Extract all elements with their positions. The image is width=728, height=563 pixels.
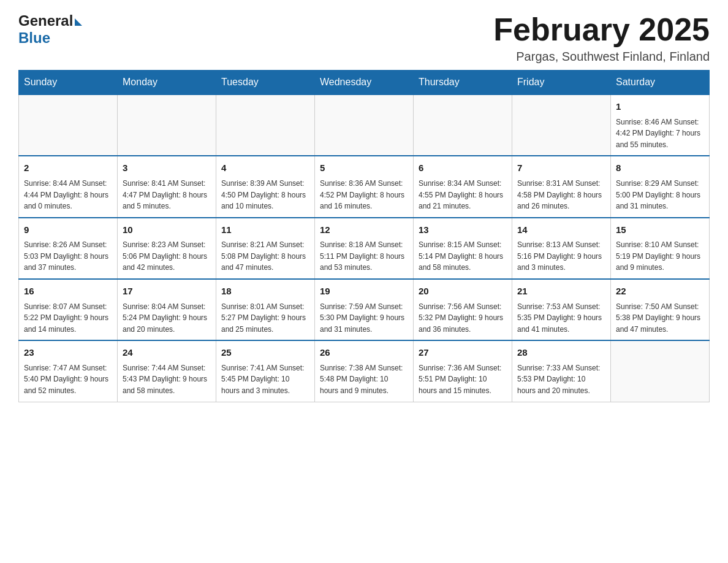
logo-triangle-icon [75, 18, 82, 26]
calendar-cell: 25Sunrise: 7:41 AM Sunset: 5:45 PM Dayli… [216, 340, 315, 402]
weekday-header-tuesday: Tuesday [216, 71, 315, 95]
day-info: Sunrise: 8:23 AM Sunset: 5:06 PM Dayligh… [123, 239, 211, 274]
day-info: Sunrise: 8:13 AM Sunset: 5:16 PM Dayligh… [517, 239, 605, 274]
weekday-header-saturday: Saturday [611, 71, 710, 95]
calendar-header: SundayMondayTuesdayWednesdayThursdayFrid… [19, 71, 710, 95]
location-title: Pargas, Southwest Finland, Finland [493, 50, 710, 64]
day-number: 28 [517, 346, 605, 360]
calendar-cell [315, 94, 414, 156]
calendar-week-row: 16Sunrise: 8:07 AM Sunset: 5:22 PM Dayli… [19, 279, 710, 340]
day-number: 23 [24, 346, 112, 360]
calendar-cell: 19Sunrise: 7:59 AM Sunset: 5:30 PM Dayli… [315, 279, 414, 340]
calendar-week-row: 2Sunrise: 8:44 AM Sunset: 4:44 PM Daylig… [19, 156, 710, 217]
day-info: Sunrise: 8:01 AM Sunset: 5:27 PM Dayligh… [221, 301, 309, 335]
calendar-cell: 17Sunrise: 8:04 AM Sunset: 5:24 PM Dayli… [118, 279, 216, 340]
day-info: Sunrise: 8:44 AM Sunset: 4:44 PM Dayligh… [24, 178, 112, 212]
calendar-cell: 6Sunrise: 8:34 AM Sunset: 4:55 PM Daylig… [414, 156, 512, 217]
day-info: Sunrise: 8:21 AM Sunset: 5:08 PM Dayligh… [221, 239, 309, 274]
calendar-cell: 11Sunrise: 8:21 AM Sunset: 5:08 PM Dayli… [216, 218, 315, 279]
logo-blue-text: Blue [18, 29, 50, 47]
calendar-cell: 7Sunrise: 8:31 AM Sunset: 4:58 PM Daylig… [512, 156, 611, 217]
day-number: 24 [123, 346, 211, 360]
day-info: Sunrise: 7:36 AM Sunset: 5:51 PM Dayligh… [419, 362, 507, 397]
calendar-cell: 4Sunrise: 8:39 AM Sunset: 4:50 PM Daylig… [216, 156, 315, 217]
day-number: 15 [616, 223, 704, 237]
day-number: 4 [221, 161, 309, 175]
day-info: Sunrise: 8:15 AM Sunset: 5:14 PM Dayligh… [419, 239, 507, 274]
day-number: 17 [123, 285, 211, 299]
calendar-cell [118, 94, 216, 156]
month-title: February 2025 [493, 12, 710, 47]
day-number: 3 [123, 161, 211, 175]
calendar-cell: 5Sunrise: 8:36 AM Sunset: 4:52 PM Daylig… [315, 156, 414, 217]
calendar-week-row: 9Sunrise: 8:26 AM Sunset: 5:03 PM Daylig… [19, 218, 710, 279]
title-area: February 2025 Pargas, Southwest Finland,… [493, 12, 710, 64]
day-number: 26 [320, 346, 408, 360]
day-info: Sunrise: 8:07 AM Sunset: 5:22 PM Dayligh… [24, 301, 112, 335]
logo-general-text: General [18, 12, 73, 29]
calendar-cell: 20Sunrise: 7:56 AM Sunset: 5:32 PM Dayli… [414, 279, 512, 340]
calendar-cell: 12Sunrise: 8:18 AM Sunset: 5:11 PM Dayli… [315, 218, 414, 279]
page-header: General Blue February 2025 Pargas, South… [18, 12, 710, 64]
day-number: 21 [517, 285, 605, 299]
calendar-week-row: 1Sunrise: 8:46 AM Sunset: 4:42 PM Daylig… [19, 94, 710, 156]
calendar-cell: 26Sunrise: 7:38 AM Sunset: 5:48 PM Dayli… [315, 340, 414, 402]
day-number: 14 [517, 223, 605, 237]
weekday-header-sunday: Sunday [19, 71, 118, 95]
calendar-cell: 10Sunrise: 8:23 AM Sunset: 5:06 PM Dayli… [118, 218, 216, 279]
calendar-cell [19, 94, 118, 156]
weekday-header-friday: Friday [512, 71, 611, 95]
day-number: 1 [616, 100, 704, 114]
calendar-cell [512, 94, 611, 156]
calendar-cell: 2Sunrise: 8:44 AM Sunset: 4:44 PM Daylig… [19, 156, 118, 217]
weekday-header-row: SundayMondayTuesdayWednesdayThursdayFrid… [19, 71, 710, 95]
weekday-header-thursday: Thursday [414, 71, 512, 95]
calendar-cell: 18Sunrise: 8:01 AM Sunset: 5:27 PM Dayli… [216, 279, 315, 340]
day-number: 11 [221, 223, 309, 237]
calendar-cell [216, 94, 315, 156]
day-info: Sunrise: 7:56 AM Sunset: 5:32 PM Dayligh… [419, 301, 507, 335]
day-info: Sunrise: 7:50 AM Sunset: 5:38 PM Dayligh… [616, 301, 704, 335]
day-number: 10 [123, 223, 211, 237]
day-info: Sunrise: 7:41 AM Sunset: 5:45 PM Dayligh… [221, 362, 309, 397]
day-number: 12 [320, 223, 408, 237]
day-number: 6 [419, 161, 507, 175]
calendar-body: 1Sunrise: 8:46 AM Sunset: 4:42 PM Daylig… [19, 94, 710, 402]
day-info: Sunrise: 8:41 AM Sunset: 4:47 PM Dayligh… [123, 178, 211, 212]
day-info: Sunrise: 8:31 AM Sunset: 4:58 PM Dayligh… [517, 178, 605, 212]
calendar-cell: 23Sunrise: 7:47 AM Sunset: 5:40 PM Dayli… [19, 340, 118, 402]
day-info: Sunrise: 8:26 AM Sunset: 5:03 PM Dayligh… [24, 239, 112, 274]
day-info: Sunrise: 8:39 AM Sunset: 4:50 PM Dayligh… [221, 178, 309, 212]
day-info: Sunrise: 7:44 AM Sunset: 5:43 PM Dayligh… [123, 362, 211, 397]
day-number: 7 [517, 161, 605, 175]
weekday-header-monday: Monday [118, 71, 216, 95]
day-number: 25 [221, 346, 309, 360]
calendar-cell: 21Sunrise: 7:53 AM Sunset: 5:35 PM Dayli… [512, 279, 611, 340]
calendar-cell: 15Sunrise: 8:10 AM Sunset: 5:19 PM Dayli… [611, 218, 710, 279]
calendar-cell: 3Sunrise: 8:41 AM Sunset: 4:47 PM Daylig… [118, 156, 216, 217]
calendar-cell: 8Sunrise: 8:29 AM Sunset: 5:00 PM Daylig… [611, 156, 710, 217]
day-number: 19 [320, 285, 408, 299]
calendar-cell: 22Sunrise: 7:50 AM Sunset: 5:38 PM Dayli… [611, 279, 710, 340]
logo: General Blue [18, 12, 82, 47]
day-number: 8 [616, 161, 704, 175]
day-info: Sunrise: 7:59 AM Sunset: 5:30 PM Dayligh… [320, 301, 408, 335]
day-number: 13 [419, 223, 507, 237]
day-info: Sunrise: 8:10 AM Sunset: 5:19 PM Dayligh… [616, 239, 704, 274]
calendar-cell: 13Sunrise: 8:15 AM Sunset: 5:14 PM Dayli… [414, 218, 512, 279]
calendar-cell [414, 94, 512, 156]
day-number: 16 [24, 285, 112, 299]
day-number: 22 [616, 285, 704, 299]
day-info: Sunrise: 7:47 AM Sunset: 5:40 PM Dayligh… [24, 362, 112, 397]
day-number: 18 [221, 285, 309, 299]
calendar-cell: 27Sunrise: 7:36 AM Sunset: 5:51 PM Dayli… [414, 340, 512, 402]
day-info: Sunrise: 8:34 AM Sunset: 4:55 PM Dayligh… [419, 178, 507, 212]
day-info: Sunrise: 8:29 AM Sunset: 5:00 PM Dayligh… [616, 178, 704, 212]
calendar-cell: 24Sunrise: 7:44 AM Sunset: 5:43 PM Dayli… [118, 340, 216, 402]
calendar-cell: 1Sunrise: 8:46 AM Sunset: 4:42 PM Daylig… [611, 94, 710, 156]
day-number: 2 [24, 161, 112, 175]
calendar-table: SundayMondayTuesdayWednesdayThursdayFrid… [18, 70, 710, 402]
day-info: Sunrise: 7:33 AM Sunset: 5:53 PM Dayligh… [517, 362, 605, 397]
day-info: Sunrise: 8:36 AM Sunset: 4:52 PM Dayligh… [320, 178, 408, 212]
day-number: 27 [419, 346, 507, 360]
